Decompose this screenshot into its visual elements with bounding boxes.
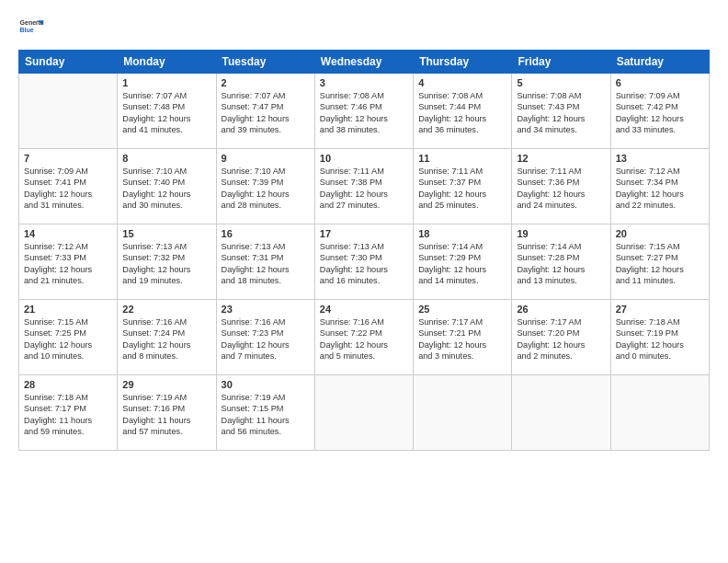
day-info: Sunrise: 7:17 AMSunset: 7:21 PMDaylight:… — [418, 316, 506, 362]
calendar-cell: 2Sunrise: 7:07 AMSunset: 7:47 PMDaylight… — [216, 74, 314, 149]
weekday-header-friday: Friday — [512, 51, 610, 74]
day-number: 16 — [222, 228, 310, 239]
calendar-cell: 21Sunrise: 7:15 AMSunset: 7:25 PMDayligh… — [19, 300, 118, 375]
day-info: Sunrise: 7:08 AMSunset: 7:44 PMDaylight:… — [418, 90, 506, 136]
day-info: Sunrise: 7:17 AMSunset: 7:20 PMDaylight:… — [517, 316, 605, 362]
day-info: Sunrise: 7:16 AMSunset: 7:24 PMDaylight:… — [122, 316, 210, 362]
day-number: 15 — [122, 228, 210, 239]
day-number: 26 — [517, 304, 605, 315]
day-number: 12 — [517, 153, 605, 164]
day-info: Sunrise: 7:07 AMSunset: 7:47 PMDaylight:… — [222, 90, 310, 136]
day-info: Sunrise: 7:16 AMSunset: 7:23 PMDaylight:… — [222, 316, 310, 362]
day-number: 30 — [222, 379, 310, 390]
day-number: 25 — [418, 304, 506, 315]
day-info: Sunrise: 7:11 AMSunset: 7:38 PMDaylight:… — [320, 166, 408, 212]
day-number: 8 — [122, 153, 210, 164]
day-info: Sunrise: 7:14 AMSunset: 7:28 PMDaylight:… — [517, 241, 605, 287]
day-info: Sunrise: 7:19 AMSunset: 7:15 PMDaylight:… — [222, 392, 310, 438]
day-number: 6 — [616, 77, 704, 88]
weekday-header-sunday: Sunday — [19, 51, 118, 74]
day-number: 29 — [122, 379, 210, 390]
calendar: SundayMondayTuesdayWednesdayThursdayFrid… — [18, 50, 710, 451]
calendar-cell — [512, 375, 610, 451]
calendar-cell: 13Sunrise: 7:12 AMSunset: 7:34 PMDayligh… — [610, 149, 709, 224]
day-number: 5 — [517, 77, 605, 88]
calendar-cell: 1Sunrise: 7:07 AMSunset: 7:48 PMDaylight… — [118, 74, 216, 149]
day-number: 3 — [320, 77, 408, 88]
day-info: Sunrise: 7:10 AMSunset: 7:39 PMDaylight:… — [222, 166, 310, 212]
day-info: Sunrise: 7:11 AMSunset: 7:37 PMDaylight:… — [418, 166, 506, 212]
calendar-cell — [314, 375, 413, 451]
day-info: Sunrise: 7:11 AMSunset: 7:36 PMDaylight:… — [517, 166, 605, 212]
day-info: Sunrise: 7:19 AMSunset: 7:16 PMDaylight:… — [122, 392, 210, 438]
calendar-cell: 23Sunrise: 7:16 AMSunset: 7:23 PMDayligh… — [216, 300, 314, 375]
weekday-header-monday: Monday — [118, 51, 216, 74]
calendar-cell: 29Sunrise: 7:19 AMSunset: 7:16 PMDayligh… — [118, 375, 216, 451]
weekday-header-thursday: Thursday — [414, 51, 512, 74]
calendar-cell: 7Sunrise: 7:09 AMSunset: 7:41 PMDaylight… — [19, 149, 118, 224]
day-info: Sunrise: 7:13 AMSunset: 7:30 PMDaylight:… — [320, 241, 408, 287]
day-number: 10 — [320, 153, 408, 164]
calendar-cell: 22Sunrise: 7:16 AMSunset: 7:24 PMDayligh… — [118, 300, 216, 375]
day-info: Sunrise: 7:09 AMSunset: 7:41 PMDaylight:… — [24, 166, 112, 212]
calendar-cell: 5Sunrise: 7:08 AMSunset: 7:43 PMDaylight… — [512, 74, 610, 149]
day-number: 13 — [616, 153, 704, 164]
calendar-cell: 18Sunrise: 7:14 AMSunset: 7:29 PMDayligh… — [414, 224, 512, 300]
day-info: Sunrise: 7:13 AMSunset: 7:32 PMDaylight:… — [122, 241, 210, 287]
day-number: 14 — [24, 228, 112, 239]
calendar-cell: 19Sunrise: 7:14 AMSunset: 7:28 PMDayligh… — [512, 224, 610, 300]
day-number: 7 — [24, 153, 112, 164]
day-info: Sunrise: 7:16 AMSunset: 7:22 PMDaylight:… — [320, 316, 408, 362]
weekday-header-tuesday: Tuesday — [216, 51, 314, 74]
calendar-cell: 9Sunrise: 7:10 AMSunset: 7:39 PMDaylight… — [216, 149, 314, 224]
day-info: Sunrise: 7:08 AMSunset: 7:46 PMDaylight:… — [320, 90, 408, 136]
day-info: Sunrise: 7:09 AMSunset: 7:42 PMDaylight:… — [616, 90, 704, 136]
day-info: Sunrise: 7:07 AMSunset: 7:48 PMDaylight:… — [122, 90, 210, 136]
day-info: Sunrise: 7:18 AMSunset: 7:19 PMDaylight:… — [616, 316, 704, 362]
week-row-1: 7Sunrise: 7:09 AMSunset: 7:41 PMDaylight… — [19, 149, 710, 224]
day-number: 23 — [222, 304, 310, 315]
calendar-cell: 30Sunrise: 7:19 AMSunset: 7:15 PMDayligh… — [216, 375, 314, 451]
logo-icon: General Blue — [18, 15, 44, 40]
calendar-cell: 11Sunrise: 7:11 AMSunset: 7:37 PMDayligh… — [414, 149, 512, 224]
day-number: 28 — [24, 379, 112, 390]
day-info: Sunrise: 7:15 AMSunset: 7:27 PMDaylight:… — [616, 241, 704, 287]
day-number: 2 — [222, 77, 310, 88]
calendar-cell: 24Sunrise: 7:16 AMSunset: 7:22 PMDayligh… — [314, 300, 413, 375]
calendar-cell: 14Sunrise: 7:12 AMSunset: 7:33 PMDayligh… — [19, 224, 118, 300]
day-number: 24 — [320, 304, 408, 315]
weekday-header-row: SundayMondayTuesdayWednesdayThursdayFrid… — [19, 51, 710, 74]
calendar-cell: 8Sunrise: 7:10 AMSunset: 7:40 PMDaylight… — [118, 149, 216, 224]
weekday-header-wednesday: Wednesday — [314, 51, 413, 74]
day-info: Sunrise: 7:10 AMSunset: 7:40 PMDaylight:… — [122, 166, 210, 212]
week-row-4: 28Sunrise: 7:18 AMSunset: 7:17 PMDayligh… — [19, 375, 710, 451]
calendar-cell: 28Sunrise: 7:18 AMSunset: 7:17 PMDayligh… — [19, 375, 118, 451]
day-info: Sunrise: 7:12 AMSunset: 7:34 PMDaylight:… — [616, 166, 704, 212]
day-info: Sunrise: 7:08 AMSunset: 7:43 PMDaylight:… — [517, 90, 605, 136]
day-number: 1 — [122, 77, 210, 88]
week-row-2: 14Sunrise: 7:12 AMSunset: 7:33 PMDayligh… — [19, 224, 710, 300]
calendar-cell — [610, 375, 709, 451]
day-number: 20 — [616, 228, 704, 239]
day-info: Sunrise: 7:15 AMSunset: 7:25 PMDaylight:… — [24, 316, 112, 362]
day-info: Sunrise: 7:18 AMSunset: 7:17 PMDaylight:… — [24, 392, 112, 438]
calendar-cell: 26Sunrise: 7:17 AMSunset: 7:20 PMDayligh… — [512, 300, 610, 375]
day-number: 17 — [320, 228, 408, 239]
day-number: 11 — [418, 153, 506, 164]
svg-text:Blue: Blue — [20, 27, 34, 33]
calendar-cell: 17Sunrise: 7:13 AMSunset: 7:30 PMDayligh… — [314, 224, 413, 300]
day-number: 9 — [222, 153, 310, 164]
calendar-cell — [414, 375, 512, 451]
calendar-cell: 15Sunrise: 7:13 AMSunset: 7:32 PMDayligh… — [118, 224, 216, 300]
day-info: Sunrise: 7:13 AMSunset: 7:31 PMDaylight:… — [222, 241, 310, 287]
calendar-cell: 10Sunrise: 7:11 AMSunset: 7:38 PMDayligh… — [314, 149, 413, 224]
week-row-0: 1Sunrise: 7:07 AMSunset: 7:48 PMDaylight… — [19, 74, 710, 149]
calendar-cell — [19, 74, 118, 149]
day-number: 18 — [418, 228, 506, 239]
calendar-cell: 12Sunrise: 7:11 AMSunset: 7:36 PMDayligh… — [512, 149, 610, 224]
day-number: 22 — [122, 304, 210, 315]
calendar-cell: 16Sunrise: 7:13 AMSunset: 7:31 PMDayligh… — [216, 224, 314, 300]
day-number: 21 — [24, 304, 112, 315]
day-number: 27 — [616, 304, 704, 315]
day-number: 19 — [517, 228, 605, 239]
